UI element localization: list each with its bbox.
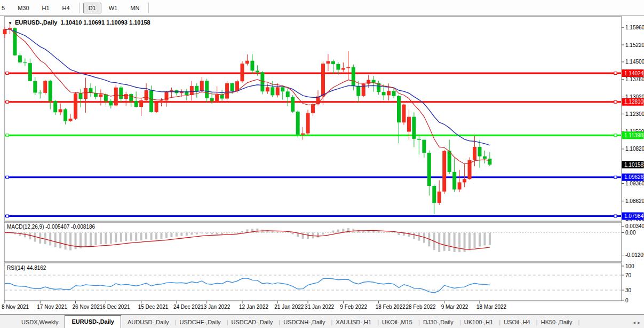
chart-title: ▼EURUSD-,Daily 1.10410 1.10691 1.10093 1… — [8, 19, 150, 26]
candle — [301, 134, 305, 135]
timeframe-button-m5[interactable]: 5 — [0, 3, 10, 13]
line-handle[interactable] — [614, 215, 617, 217]
tab-xauusd[interactable]: XAUUSD-,H1 — [330, 317, 377, 328]
candle — [3, 29, 7, 34]
candle — [397, 96, 401, 123]
macd-panel[interactable] — [4, 222, 622, 262]
line-handle[interactable] — [614, 134, 617, 137]
date-axis-label: 26 Nov 2021 — [73, 304, 103, 310]
tab-ukoil[interactable]: UKOil-,M15 — [377, 317, 418, 328]
tab-usdcad[interactable]: USDCAD-,Daily — [226, 317, 279, 328]
price-axis-label: 1.15960 — [625, 25, 644, 30]
candle — [326, 61, 330, 64]
tab-usdchf[interactable]: USDCHF-,Daily — [174, 317, 226, 328]
macd-axis-label: 0.003408 — [625, 223, 644, 229]
tab-scroll-left-icon[interactable]: ◂ — [633, 319, 638, 325]
line-handle[interactable] — [614, 72, 617, 75]
line-handle[interactable] — [6, 72, 9, 75]
candle — [220, 95, 224, 99]
line-handle[interactable] — [6, 100, 9, 103]
tab-eurusd[interactable]: EURUSD-,Daily — [65, 315, 121, 328]
candle — [53, 101, 57, 112]
candle — [134, 101, 138, 107]
candle — [205, 81, 209, 98]
timeframe-button-h1[interactable]: H1 — [37, 3, 55, 13]
timeframe-button-w1[interactable]: W1 — [104, 3, 123, 13]
candle — [79, 93, 83, 99]
rsi-axis-label: 30 — [625, 287, 632, 293]
tab-audusd[interactable]: AUDUSD-,Daily — [122, 317, 174, 328]
candle — [240, 64, 244, 81]
current-price-label: 1.10158 — [624, 162, 644, 168]
candle — [38, 92, 42, 93]
chart-symbol-label: EURUSD-,Daily — [15, 19, 57, 26]
date-axis-label: 28 Feb 2022 — [406, 304, 436, 310]
price-badge-label: 1.07984 — [624, 213, 644, 219]
candle — [341, 68, 345, 69]
line-handle[interactable] — [6, 134, 9, 137]
date-axis-label: 24 Dec 2021 — [173, 304, 204, 310]
line-handle[interactable] — [6, 215, 9, 217]
line-handle[interactable] — [6, 176, 9, 178]
tab-usdcnh[interactable]: USDCNH-,Daily — [278, 317, 330, 328]
candle — [114, 88, 118, 106]
timeframe-button-d1[interactable]: D1 — [83, 3, 101, 13]
candle — [331, 61, 335, 64]
date-axis-label: 8 Nov 2021 — [2, 304, 29, 310]
macd-values: -0.005407 -0.008186 — [45, 224, 95, 230]
rsi-value: 44.8162 — [27, 265, 46, 271]
candle — [321, 64, 325, 97]
tab-dj30[interactable]: DJ30-,Daily — [418, 317, 459, 328]
tab-usdx[interactable]: USDX,Weekly — [16, 317, 63, 328]
tab-scroll-right-icon[interactable]: ▸ — [638, 319, 642, 325]
candle — [346, 67, 350, 68]
symbol-tabbar: USDX,Weekly EURUSD-,Daily AUDUSD-,Daily … — [0, 314, 644, 328]
candle — [306, 113, 310, 134]
candle — [417, 139, 421, 140]
line-handle[interactable] — [614, 176, 617, 178]
candle — [89, 88, 92, 93]
candle — [286, 91, 290, 97]
date-axis-label: 9 Feb 2022 — [340, 304, 367, 310]
candle — [488, 159, 491, 165]
macd-indicator-label: MACD(12,26,9) -0.005407 -0.008186 — [7, 224, 95, 230]
candle — [43, 81, 47, 93]
line-handle[interactable] — [614, 100, 617, 103]
symbol-dropdown-icon[interactable]: ▼ — [8, 21, 12, 26]
candle — [478, 147, 481, 157]
price-badge-label: 1.12810 — [624, 99, 644, 105]
timeframe-button-m30[interactable]: M30 — [12, 3, 34, 13]
candle — [23, 63, 27, 63]
chart-canvas[interactable]: 1.159601.152201.145001.137601.130201.123… — [0, 0, 644, 328]
candle — [311, 104, 315, 113]
timeframe-button-mn[interactable]: MN — [125, 3, 145, 13]
candle — [402, 105, 406, 123]
candle — [438, 192, 441, 203]
main-chart-panel[interactable] — [4, 17, 622, 221]
candle — [296, 112, 300, 135]
tab-uk100[interactable]: UK100-,H1 — [459, 317, 498, 328]
rsi-panel[interactable] — [4, 263, 622, 301]
candle — [33, 81, 37, 93]
candle — [69, 119, 73, 121]
candle — [256, 71, 259, 72]
candle — [422, 140, 426, 153]
price-axis-label: 1.09360 — [625, 181, 644, 186]
tab-hk50[interactable]: HK50-,Daily — [536, 317, 578, 328]
candle — [215, 95, 219, 101]
candle — [230, 83, 234, 91]
tab-scroll-arrows[interactable]: ◂▸ — [633, 319, 642, 325]
toolbar-separator — [79, 3, 79, 13]
candle — [448, 151, 451, 171]
rsi-name: RSI(14) — [7, 265, 25, 271]
candle — [63, 109, 67, 121]
date-axis-label: 6 Dec 2021 — [102, 304, 130, 310]
timeframe-button-h4[interactable]: H4 — [57, 3, 75, 13]
candle — [74, 93, 77, 119]
candle — [427, 153, 431, 186]
tab-usoil[interactable]: USOil-,H4 — [498, 317, 536, 328]
date-axis-label: 15 Dec 2021 — [138, 304, 169, 310]
candle — [210, 98, 214, 101]
candle — [119, 88, 123, 99]
price-axis-label: 1.08620 — [625, 198, 644, 204]
